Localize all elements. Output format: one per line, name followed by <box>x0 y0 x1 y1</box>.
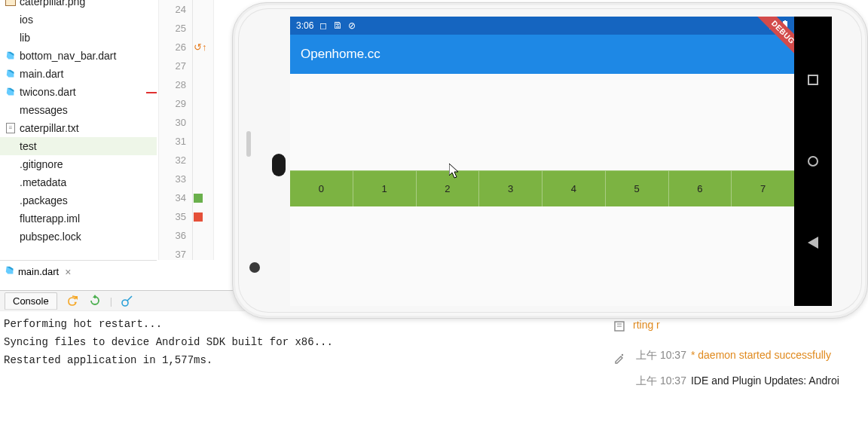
tree-item[interactable]: pubspec.lock <box>0 228 157 243</box>
line-number: 33 <box>159 173 189 185</box>
svg-point-15 <box>622 354 623 356</box>
android-status-bar: 3:06 ◻ 🖺 ⊘ <box>290 17 794 35</box>
tree-item-label: twicons.dart <box>20 86 76 98</box>
status-icon: ◻ <box>319 20 327 31</box>
device-camera <box>249 262 260 273</box>
list-cell[interactable]: 3 <box>479 170 542 206</box>
event-timestamp: 上午 10:37 <box>636 349 686 362</box>
gutter-mark-added <box>194 194 203 203</box>
dart-file-icon <box>5 86 17 98</box>
event-row[interactable]: 上午 10:37 * daemon started successfully <box>633 343 868 368</box>
status-time: 3:06 <box>296 20 313 31</box>
tree-item-label: messages <box>20 104 68 116</box>
event-row[interactable]: 上午 10:37 IDE and Plugin Updates: Androi <box>633 368 868 394</box>
line-number: 34 <box>159 192 189 203</box>
hot-restart-button[interactable] <box>87 293 102 308</box>
device-earpiece <box>272 154 286 176</box>
list-cell[interactable]: 6 <box>669 170 732 206</box>
tree-item[interactable]: .gitignore <box>0 155 157 173</box>
line-number: 30 <box>159 117 189 128</box>
tree-item[interactable]: bottom_nav_bar.dart <box>0 47 157 65</box>
line-number: 31 <box>159 136 189 147</box>
tree-item-label: test <box>20 140 37 152</box>
console-tab[interactable]: Console <box>5 292 57 310</box>
text-file-icon: ≡ <box>5 122 17 134</box>
app-bar: Openhome.cc <box>290 35 794 74</box>
tree-item[interactable]: twicons.dart <box>0 83 157 101</box>
gutter-mark-removed <box>194 212 203 222</box>
battery-icon <box>782 20 788 32</box>
tree-item-label: main.dart <box>20 68 63 80</box>
android-navbar <box>794 17 832 306</box>
line-number: 32 <box>159 154 189 166</box>
tree-item[interactable]: .packages <box>0 191 157 209</box>
list-cell[interactable]: 7 <box>732 170 794 206</box>
event-message: IDE and Plugin Updates: Androi <box>691 374 839 388</box>
filter-button[interactable] <box>610 317 628 335</box>
hot-reload-button[interactable] <box>65 293 80 308</box>
dart-file-icon <box>5 68 17 80</box>
tree-item-label: caterpillar.txt <box>20 122 79 134</box>
tree-item[interactable]: messages <box>0 101 157 119</box>
line-number: 36 <box>159 230 189 241</box>
change-marker <box>146 92 157 93</box>
list-row[interactable]: 0 1 2 3 4 5 6 7 <box>290 170 794 206</box>
line-number: 25 <box>159 23 189 34</box>
svg-marker-16 <box>769 20 780 29</box>
svg-marker-9 <box>93 295 97 298</box>
tree-item[interactable]: flutterapp.iml <box>0 209 157 228</box>
line-number: 24 <box>159 4 189 15</box>
nav-home-button[interactable] <box>806 154 820 168</box>
tree-item-label: .packages <box>20 194 68 206</box>
emulator-screen: 3:06 ◻ 🖺 ⊘ Openhome.cc 0 1 2 3 4 5 6 7 <box>290 17 794 306</box>
svg-point-10 <box>122 300 128 306</box>
dart-file-icon <box>5 50 17 62</box>
tree-item-label: .metadata <box>20 176 66 188</box>
refresh-marker-icon: ↺↑ <box>194 41 207 53</box>
list-cell[interactable]: 1 <box>353 170 417 206</box>
close-icon[interactable]: × <box>65 266 71 278</box>
image-icon <box>5 0 17 8</box>
line-number: 35 <box>159 211 189 222</box>
device-speaker <box>246 131 251 157</box>
tree-item[interactable]: ≡ caterpillar.txt <box>0 119 157 137</box>
project-tree: caterpillar.png ios lib bottom_nav_bar.d… <box>0 0 157 260</box>
editor-tab-label: main.dart <box>18 266 59 277</box>
dart-file-icon <box>5 265 15 278</box>
list-cell[interactable]: 5 <box>606 170 669 206</box>
devtools-button[interactable] <box>120 293 135 308</box>
status-icon: ⊘ <box>348 20 356 31</box>
app-body: 0 1 2 3 4 5 6 7 <box>290 74 794 306</box>
svg-line-11 <box>127 296 132 301</box>
svg-rect-17 <box>783 21 787 29</box>
line-number: 26 <box>159 41 189 53</box>
app-title: Openhome.cc <box>301 47 381 62</box>
tree-item-label: bottom_nav_bar.dart <box>20 50 116 62</box>
tree-item-label: caterpillar.png <box>20 0 85 8</box>
list-cell[interactable]: 4 <box>542 170 606 206</box>
nav-overview-button[interactable] <box>806 73 820 87</box>
tree-item-label: ios <box>20 14 33 26</box>
tree-item[interactable]: lib <box>0 29 157 47</box>
editor-tab[interactable]: main.dart × <box>0 260 157 283</box>
wifi-icon <box>769 20 780 32</box>
tree-item-label: flutterapp.iml <box>20 212 80 225</box>
console-output: Performing hot restart... Syncing files … <box>4 315 607 369</box>
svg-rect-18 <box>784 20 786 21</box>
list-cell[interactable]: 0 <box>290 170 353 206</box>
tree-item[interactable]: caterpillar.png <box>0 0 157 11</box>
tool-buttons <box>610 317 631 381</box>
editor-gutter: 24 25 26↺↑ 27 28 29 30 31 32 33 34 35 36… <box>158 0 214 260</box>
list-cell[interactable]: 2 <box>417 170 480 206</box>
tree-item[interactable]: main.dart <box>0 65 157 83</box>
line-number: 37 <box>159 249 189 260</box>
event-log: rting r 上午 10:37 * daemon started succes… <box>633 313 868 428</box>
tree-item[interactable]: .metadata <box>0 173 157 191</box>
settings-button[interactable] <box>610 349 628 367</box>
line-number: 29 <box>159 98 189 109</box>
tree-item-label: .gitignore <box>20 158 63 170</box>
nav-back-button[interactable] <box>806 236 820 249</box>
tree-item[interactable]: test <box>0 137 157 155</box>
event-message: * daemon started successfully <box>691 349 831 362</box>
tree-item[interactable]: ios <box>0 11 157 29</box>
